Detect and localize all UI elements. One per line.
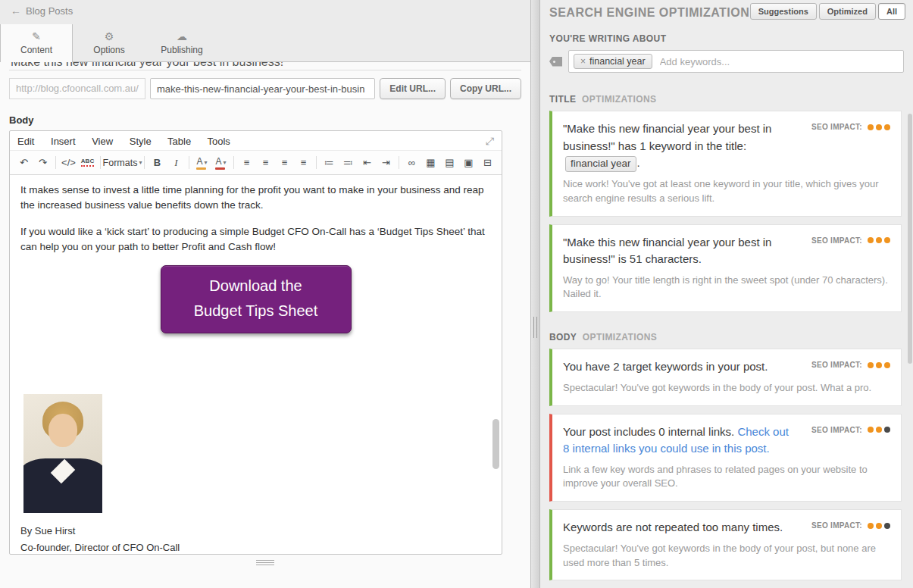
- text-color-glyph: A: [215, 157, 221, 166]
- cta-line-1: Download the: [161, 274, 351, 299]
- filter-suggestions-button[interactable]: Suggestions: [750, 3, 817, 20]
- page-break-icon[interactable]: ⊟: [478, 153, 497, 172]
- keyword-text: financial year: [589, 56, 646, 67]
- undo-icon[interactable]: ↶: [14, 153, 33, 172]
- embed-media-icon[interactable]: ▣: [459, 153, 478, 172]
- panel-divider[interactable]: [530, 0, 540, 588]
- keyword-highlight-pill: financial year: [565, 156, 636, 172]
- impact-dots: [868, 427, 890, 433]
- chevron-down-icon: ▾: [224, 159, 227, 166]
- toolbar-separator: [144, 156, 145, 169]
- rich-text-editor: Edit Insert View Style Table Tools ⤢ ↶↷<…: [9, 130, 502, 555]
- seo-impact-label: SEO IMPACT:: [811, 521, 862, 530]
- tab-options[interactable]: ⚙ Options: [73, 24, 145, 62]
- redo-glyph: ↷: [39, 158, 47, 167]
- impact-dot: [876, 237, 882, 243]
- impact-dot: [876, 124, 882, 130]
- body-field-label: Body: [9, 114, 521, 126]
- menu-insert[interactable]: Insert: [51, 136, 76, 147]
- impact-dots: [868, 523, 890, 529]
- seo-impact: SEO IMPACT:: [811, 426, 890, 434]
- pencil-icon: ✎: [1, 30, 72, 43]
- keyword-tag[interactable]: × financial year: [574, 54, 652, 69]
- filter-all-button[interactable]: All: [878, 3, 905, 20]
- chevron-down-icon: ▾: [139, 159, 142, 166]
- byline-name[interactable]: By Sue Hirst: [20, 524, 491, 539]
- seo-card-title-keyword: SEO IMPACT: "Make this new financial yea…: [549, 111, 902, 217]
- impact-dot: [876, 523, 882, 529]
- indent-icon[interactable]: ⇥: [377, 153, 396, 172]
- outdent-icon[interactable]: ⇤: [358, 153, 377, 172]
- template-icon[interactable]: ▤: [440, 153, 459, 172]
- impact-dot: [876, 362, 882, 368]
- spellcheck-icon[interactable]: ABC: [78, 153, 97, 172]
- seo-impact: SEO IMPACT:: [811, 521, 890, 530]
- url-slug-input[interactable]: [150, 78, 375, 99]
- impact-dot: [884, 523, 890, 529]
- edit-url-button[interactable]: Edit URL...: [380, 78, 446, 99]
- align-left-icon[interactable]: ≡: [237, 153, 256, 172]
- tab-publishing[interactable]: ☁ Publishing: [145, 24, 218, 62]
- byline-role[interactable]: Co-founder, Director of CFO On-Call: [20, 540, 491, 555]
- seo-pane: SEARCH ENGINE OPTIMIZATION Suggestions O…: [540, 0, 913, 588]
- fullscreen-icon[interactable]: ⤢: [486, 135, 494, 148]
- text-color-icon[interactable]: A▾: [211, 153, 230, 172]
- remove-keyword-icon[interactable]: ×: [580, 56, 586, 67]
- tab-content[interactable]: ✎ Content: [0, 24, 73, 62]
- editor-content-area[interactable]: It makes sense to invest a little time p…: [10, 175, 502, 554]
- impact-dot: [876, 427, 882, 433]
- filter-optimized-button[interactable]: Optimized: [819, 3, 876, 20]
- outdent-glyph: ⇤: [363, 158, 371, 167]
- editor-resize-handle[interactable]: [252, 560, 278, 565]
- bold-icon[interactable]: B: [148, 153, 167, 172]
- keywords-input-box[interactable]: × financial year: [568, 50, 904, 73]
- bullet-list-icon[interactable]: ≔: [320, 153, 339, 172]
- cloud-icon: ☁: [145, 30, 218, 43]
- add-keywords-input[interactable]: [658, 55, 899, 68]
- url-row: http://blog.cfooncall.com.au/ Edit URL..…: [9, 78, 521, 99]
- numbered-list-icon[interactable]: ≕: [339, 153, 358, 172]
- highlight-color-icon[interactable]: A▾: [192, 153, 211, 172]
- seo-scrollbar[interactable]: [908, 114, 912, 364]
- menu-table[interactable]: Table: [167, 136, 191, 147]
- toolbar-separator: [233, 156, 234, 169]
- link-icon[interactable]: ∞: [402, 153, 421, 172]
- back-label: Blog Posts: [26, 5, 73, 17]
- impact-dot: [868, 237, 874, 243]
- seo-impact-label: SEO IMPACT:: [811, 123, 862, 131]
- align-center-icon[interactable]: ≡: [256, 153, 275, 172]
- formats-dropdown[interactable]: Formats▾: [104, 153, 141, 172]
- impact-dot: [868, 362, 874, 368]
- blog-editor-pane: ← Blog Posts ✎ Content ⚙ Options ☁ Publi…: [0, 0, 530, 588]
- gear-icon: ⚙: [73, 30, 145, 43]
- seo-filter-buttons: Suggestions Optimized All: [750, 3, 905, 20]
- seo-impact: SEO IMPACT:: [811, 123, 890, 131]
- body-paragraph-2[interactable]: If you would like a ‘kick start’ to prod…: [20, 224, 491, 255]
- align-justify-icon[interactable]: ≡: [294, 153, 313, 172]
- align-left-glyph: ≡: [244, 158, 250, 167]
- menu-view[interactable]: View: [92, 136, 113, 147]
- tab-label: Content: [1, 45, 72, 55]
- italic-icon[interactable]: I: [167, 153, 186, 172]
- editor-toolbar: ↶↷</>ABCFormats▾BIA▾A▾≡≡≡≡≔≕⇤⇥∞▦▤▣⊟: [10, 151, 502, 175]
- menu-tools[interactable]: Tools: [208, 136, 230, 147]
- post-title-field-clipped[interactable]: Make this new financial year your best i…: [9, 62, 521, 70]
- menu-edit[interactable]: Edit: [17, 136, 34, 147]
- bullet-list-glyph: ≔: [324, 158, 334, 167]
- align-right-icon[interactable]: ≡: [275, 153, 294, 172]
- editor-scrollbar[interactable]: [492, 419, 499, 469]
- undo-glyph: ↶: [20, 158, 28, 167]
- redo-icon[interactable]: ↷: [33, 153, 52, 172]
- editor-menubar: Edit Insert View Style Table Tools ⤢: [10, 131, 502, 151]
- editor-header: ← Blog Posts ✎ Content ⚙ Options ☁ Publi…: [0, 0, 530, 62]
- body-paragraph-1[interactable]: It makes sense to invest a little time p…: [20, 183, 491, 214]
- menu-style[interactable]: Style: [130, 136, 152, 147]
- download-budget-tips-button[interactable]: Download the Budget Tips Sheet: [161, 265, 352, 333]
- back-to-blog-posts[interactable]: ← Blog Posts: [11, 5, 73, 17]
- image-icon[interactable]: ▦: [421, 153, 440, 172]
- impact-dot: [884, 237, 890, 243]
- impact-dot: [884, 124, 890, 130]
- author-photo[interactable]: [23, 394, 102, 513]
- source-code-icon[interactable]: </>: [59, 153, 78, 172]
- copy-url-button[interactable]: Copy URL...: [450, 78, 521, 99]
